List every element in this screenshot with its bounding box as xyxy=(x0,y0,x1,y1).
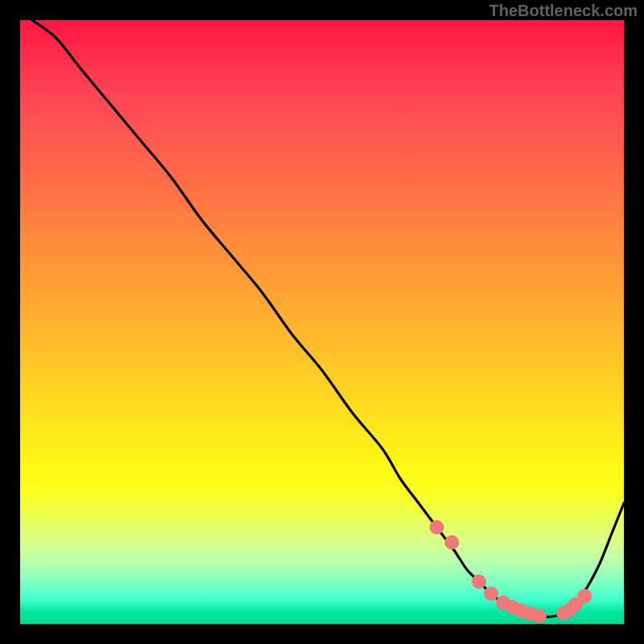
marker-dot xyxy=(484,587,498,601)
marker-dot xyxy=(532,609,547,623)
plot-area xyxy=(20,20,624,624)
marker-dots xyxy=(430,520,592,623)
watermark-text: TheBottleneck.com xyxy=(489,2,638,20)
marker-dot xyxy=(472,575,486,589)
marker-dot xyxy=(577,589,592,604)
curve-line xyxy=(32,20,624,617)
chart-svg xyxy=(20,20,624,624)
marker-dot xyxy=(430,520,444,535)
marker-dot xyxy=(444,535,459,550)
